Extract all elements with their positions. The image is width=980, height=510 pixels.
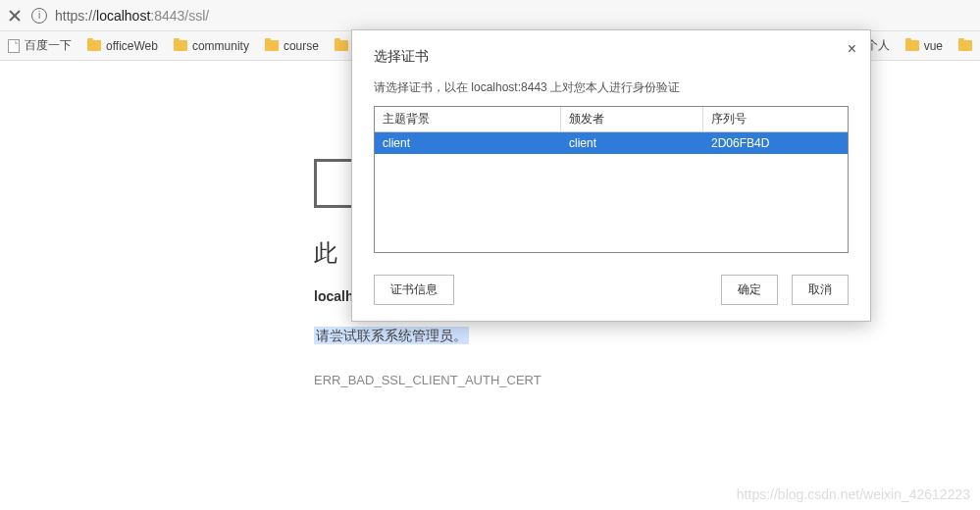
dialog-title: 选择证书 <box>374 48 849 66</box>
bookmark-folder-a[interactable] <box>335 40 348 51</box>
bookmark-baidu[interactable]: 百度一下 <box>8 37 72 54</box>
folder-icon <box>335 40 348 51</box>
bookmark-folder-b[interactable] <box>958 40 972 51</box>
folder-icon <box>905 40 919 51</box>
page-icon <box>8 39 20 53</box>
bookmark-officeweb[interactable]: officeWeb <box>87 39 158 53</box>
cert-issuer: client <box>561 132 703 154</box>
folder-icon <box>87 40 101 51</box>
ok-button[interactable]: 确定 <box>721 275 778 305</box>
cancel-button[interactable]: 取消 <box>792 275 849 305</box>
cert-row-selected[interactable]: client client 2D06FB4D <box>375 132 848 154</box>
watermark: https://blog.csdn.net/weixin_42612223 <box>737 486 970 502</box>
cert-subject: client <box>375 132 561 154</box>
url-protocol: https:// <box>55 8 96 24</box>
col-subject[interactable]: 主题背景 <box>375 107 561 131</box>
bookmark-label: 百度一下 <box>25 37 72 54</box>
bookmark-label: vue <box>924 39 943 53</box>
url-field[interactable]: https://localhost:8443/ssl/ <box>55 8 209 24</box>
url-port: :8443 <box>150 8 184 24</box>
url-path: /ssl/ <box>184 8 209 24</box>
dialog-subtitle: 请选择证书，以在 localhost:8443 上对您本人进行身份验证 <box>374 79 849 96</box>
cert-list[interactable]: 主题背景 颁发者 序列号 client client 2D06FB4D <box>374 106 849 253</box>
folder-icon <box>265 40 279 51</box>
col-issuer[interactable]: 颁发者 <box>561 107 703 131</box>
error-code: ERR_BAD_SSL_CLIENT_AUTH_CERT <box>314 373 980 387</box>
stop-icon[interactable] <box>8 9 22 23</box>
address-bar: i https://localhost:8443/ssl/ <box>0 0 980 31</box>
cert-list-header: 主题背景 颁发者 序列号 <box>375 107 848 132</box>
cert-serial: 2D06FB4D <box>703 132 848 154</box>
url-host: localhost <box>96 8 150 24</box>
cert-info-button[interactable]: 证书信息 <box>374 275 454 305</box>
folder-icon <box>958 40 972 51</box>
error-admin-line: 请尝试联系系统管理员。 <box>314 327 469 344</box>
site-info-icon[interactable]: i <box>31 8 47 24</box>
folder-icon <box>174 40 187 51</box>
dialog-footer: 证书信息 确定 取消 <box>374 275 849 305</box>
close-icon[interactable]: × <box>848 40 856 58</box>
bookmark-community[interactable]: community <box>174 39 249 53</box>
bookmark-vue[interactable]: vue <box>905 39 943 53</box>
bookmark-label: course <box>284 39 319 53</box>
col-serial[interactable]: 序列号 <box>703 107 848 131</box>
cert-select-dialog: × 选择证书 请选择证书，以在 localhost:8443 上对您本人进行身份… <box>351 29 871 322</box>
bookmark-label: community <box>192 39 249 53</box>
bookmark-course[interactable]: course <box>265 39 319 53</box>
bookmark-label: officeWeb <box>106 39 158 53</box>
